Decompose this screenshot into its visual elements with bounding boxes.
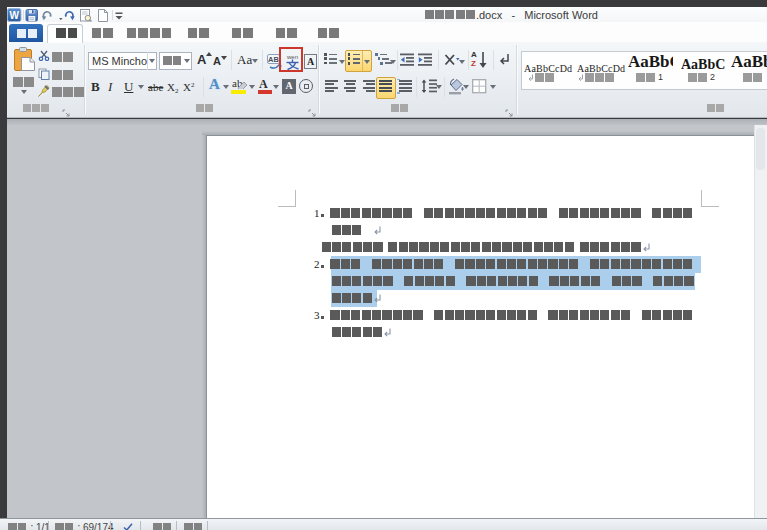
svg-text:W: W bbox=[9, 10, 19, 21]
svg-text:AB: AB bbox=[268, 55, 279, 64]
